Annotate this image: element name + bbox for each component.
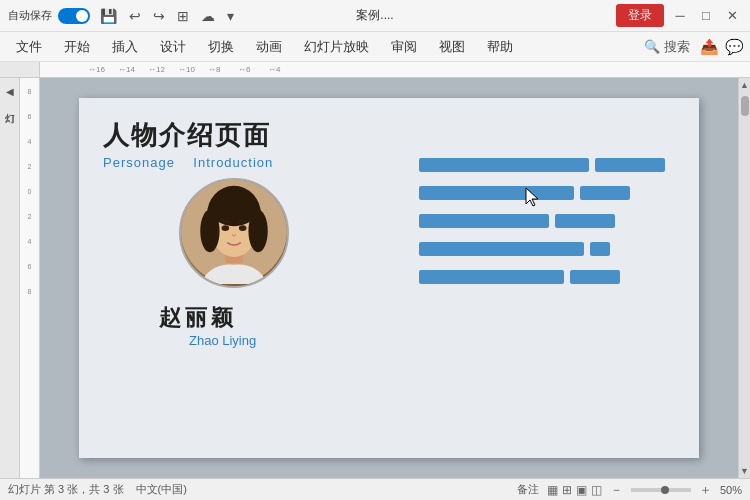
scroll-up[interactable]: ▲ [738, 78, 750, 92]
normal-view-icon[interactable]: ▦ [547, 483, 558, 497]
left-panel[interactable]: ◀ 幻灯 [0, 78, 20, 478]
name-zh: 赵丽颖 [159, 303, 237, 333]
ruler-vertical: 864202468 [20, 78, 40, 478]
zoom-minus[interactable]: － [610, 481, 623, 499]
zoom-thumb[interactable] [661, 486, 669, 494]
slide-title-zh: 人物介绍页面 [103, 118, 675, 153]
scrollbar-vertical[interactable]: ▲ ▼ [738, 78, 750, 478]
share-icon[interactable]: 📤 [700, 38, 719, 56]
file-title: 案例.... [356, 7, 393, 24]
search-icon[interactable]: 🔍 [644, 39, 660, 54]
autosave-label: 自动保存 [8, 8, 52, 23]
svg-point-8 [239, 225, 247, 231]
avatar [179, 178, 289, 288]
bar-row-4 [419, 242, 679, 256]
menu-review[interactable]: 审阅 [381, 34, 427, 60]
bar-3a [419, 214, 549, 228]
layout-icon[interactable]: ⊞ [173, 6, 193, 26]
slide[interactable]: 人物介绍页面 Personage Introduction [79, 98, 699, 458]
title-bar: 自动保存 💾 ↩ ↪ ⊞ ☁ ▾ 案例.... 登录 ─ □ ✕ [0, 0, 750, 32]
title-bar-right: 登录 ─ □ ✕ [616, 4, 742, 27]
bar-5b [570, 270, 620, 284]
scroll-down[interactable]: ▼ [738, 464, 750, 478]
toolbar-icons: 💾 ↩ ↪ ⊞ ☁ ▾ [96, 6, 238, 26]
menu-bar: 文件 开始 插入 设计 切换 动画 幻灯片放映 审阅 视图 帮助 🔍 搜索 📤 … [0, 32, 750, 62]
save-icon[interactable]: 💾 [96, 6, 121, 26]
menu-transitions[interactable]: 切换 [198, 34, 244, 60]
undo-icon[interactable]: ↩ [125, 6, 145, 26]
panel-arrow[interactable]: ◀ [6, 86, 14, 97]
search-label[interactable]: 搜索 [664, 38, 690, 56]
bar-1a [419, 158, 589, 172]
canvas-area: 人物介绍页面 Personage Introduction [40, 78, 738, 478]
name-en: Zhao Liying [189, 333, 256, 348]
svg-point-6 [248, 210, 267, 252]
avatar-image [181, 178, 287, 286]
zoom-slider[interactable] [631, 488, 691, 492]
svg-point-5 [200, 210, 219, 252]
menu-view[interactable]: 视图 [429, 34, 475, 60]
bar-row-5 [419, 270, 679, 284]
ruler-h-container: ↔16 ↔14 ↔12 ↔10 ↔8 ↔6 ↔4 [0, 62, 750, 78]
zoom-plus[interactable]: ＋ [699, 481, 712, 499]
bar-row-2 [419, 186, 679, 200]
bar-row-1 [419, 158, 679, 172]
ruler-corner [0, 62, 40, 77]
ruler-horizontal: ↔16 ↔14 ↔12 ↔10 ↔8 ↔6 ↔4 [40, 62, 750, 78]
menu-animations[interactable]: 动画 [246, 34, 292, 60]
bar-row-3 [419, 214, 679, 228]
bar-1b [595, 158, 665, 172]
search-area: 🔍 搜索 [644, 38, 690, 56]
menu-slideshow[interactable]: 幻灯片放映 [294, 34, 379, 60]
view-icons: ▦ ⊞ ▣ ◫ [547, 483, 602, 497]
slide-view-icon[interactable]: ▣ [576, 483, 587, 497]
bar-5a [419, 270, 564, 284]
maximize-button[interactable]: □ [696, 6, 716, 26]
bar-2b [580, 186, 630, 200]
slide-title-en-2: Introduction [193, 155, 273, 170]
menu-home[interactable]: 开始 [54, 34, 100, 60]
redo-icon[interactable]: ↪ [149, 6, 169, 26]
close-button[interactable]: ✕ [722, 6, 742, 26]
reading-view-icon[interactable]: ◫ [591, 483, 602, 497]
menu-insert[interactable]: 插入 [102, 34, 148, 60]
menu-help[interactable]: 帮助 [477, 34, 523, 60]
slide-count: 幻灯片 第 3 张，共 3 张 [8, 482, 124, 497]
dropdown-icon[interactable]: ▾ [223, 6, 238, 26]
comment-icon[interactable]: 💬 [725, 38, 744, 56]
menu-design[interactable]: 设计 [150, 34, 196, 60]
bar-2a [419, 186, 574, 200]
svg-point-7 [221, 225, 229, 231]
autosave-toggle[interactable] [58, 8, 90, 24]
slide-title-en-1: Personage [103, 155, 175, 170]
status-right: 备注 ▦ ⊞ ▣ ◫ － ＋ 50% [517, 481, 742, 499]
info-bars [419, 158, 679, 284]
zoom-level: 50% [720, 484, 742, 496]
scroll-thumb[interactable] [741, 96, 749, 116]
bar-4a [419, 242, 584, 256]
login-button[interactable]: 登录 [616, 4, 664, 27]
bar-3b [555, 214, 615, 228]
grid-view-icon[interactable]: ⊞ [562, 483, 572, 497]
language-indicator: 中文(中国) [136, 482, 187, 497]
notes-label[interactable]: 备注 [517, 482, 539, 497]
title-bar-left: 自动保存 💾 ↩ ↪ ⊞ ☁ ▾ [8, 6, 610, 26]
more-icon[interactable]: ☁ [197, 6, 219, 26]
bar-4b [590, 242, 610, 256]
menu-file[interactable]: 文件 [6, 34, 52, 60]
minimize-button[interactable]: ─ [670, 6, 690, 26]
main-layout: ◀ 幻灯 864202468 人物介绍页面 Personage Introduc… [0, 78, 750, 478]
status-bar: 幻灯片 第 3 张，共 3 张 中文(中国) 备注 ▦ ⊞ ▣ ◫ － ＋ 50… [0, 478, 750, 500]
slide-content: 人物介绍页面 Personage Introduction [79, 98, 699, 458]
